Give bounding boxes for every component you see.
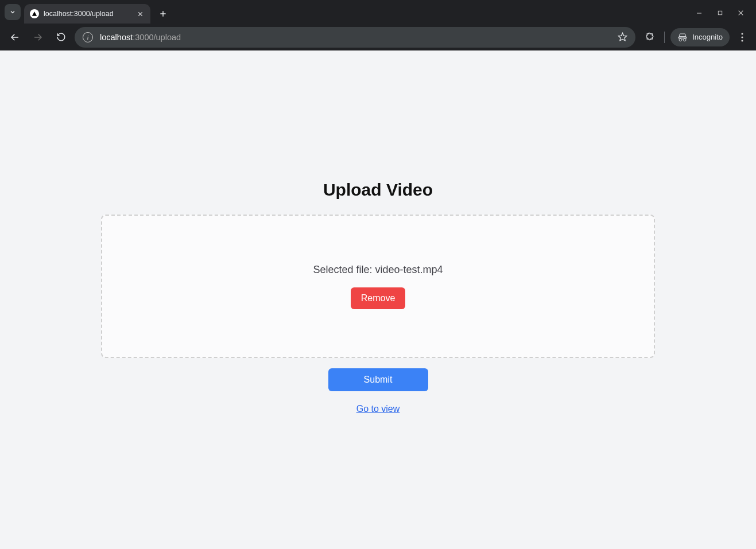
tab-favicon — [30, 9, 39, 18]
reload-icon — [56, 32, 66, 42]
address-bar[interactable]: i localhost:3000/upload — [75, 27, 635, 48]
maximize-icon — [717, 10, 723, 16]
window-minimize-button[interactable] — [695, 9, 703, 17]
arrow-right-icon — [33, 32, 43, 42]
tab-close-button[interactable] — [135, 9, 145, 18]
svg-point-14 — [741, 40, 743, 41]
go-to-view-link[interactable]: Go to view — [356, 404, 400, 414]
kebab-icon — [741, 33, 743, 42]
incognito-icon — [677, 32, 688, 42]
selected-file-name: video-test.mp4 — [375, 264, 443, 275]
browser-toolbar: i localhost:3000/upload Incognito — [0, 24, 756, 50]
window-controls — [695, 9, 756, 24]
svg-point-13 — [741, 36, 743, 38]
svg-marker-0 — [32, 11, 37, 16]
minimize-icon — [696, 10, 703, 17]
window-close-button[interactable] — [736, 9, 745, 17]
incognito-chip[interactable]: Incognito — [670, 28, 730, 46]
extensions-button[interactable] — [640, 28, 658, 46]
upload-page: Upload Video Selected file: video-test.m… — [9, 50, 748, 549]
browser-chrome: localhost:3000/upload — [0, 0, 756, 50]
back-button[interactable] — [6, 28, 24, 46]
close-icon — [137, 11, 144, 17]
remove-button[interactable]: Remove — [351, 287, 406, 309]
window-maximize-button[interactable] — [716, 9, 724, 17]
reload-button[interactable] — [52, 28, 70, 46]
tab-search-button[interactable] — [5, 4, 21, 20]
site-info-icon[interactable]: i — [83, 32, 93, 42]
url-text: localhost:3000/upload — [100, 33, 181, 42]
url-rest: :3000/upload — [133, 33, 181, 42]
url-host: localhost — [100, 33, 133, 42]
bookmark-button[interactable] — [618, 32, 627, 42]
chevron-down-icon — [9, 9, 16, 15]
browser-tab[interactable]: localhost:3000/upload — [24, 4, 150, 24]
new-tab-button[interactable] — [155, 6, 171, 22]
page-title: Upload Video — [323, 180, 433, 200]
plus-icon — [159, 10, 167, 18]
tab-strip: localhost:3000/upload — [0, 0, 756, 24]
puzzle-icon — [644, 32, 654, 42]
arrow-left-icon — [10, 32, 20, 42]
tab-title: localhost:3000/upload — [44, 10, 131, 18]
svg-point-12 — [741, 33, 743, 34]
forward-button[interactable] — [29, 28, 47, 46]
toolbar-divider — [664, 32, 665, 43]
selected-file-text: Selected file: video-test.mp4 — [313, 264, 443, 276]
file-dropzone[interactable]: Selected file: video-test.mp4 Remove — [101, 215, 655, 358]
close-icon — [737, 9, 745, 17]
browser-menu-button[interactable] — [734, 28, 750, 46]
svg-rect-6 — [718, 11, 722, 14]
page-viewport: Upload Video Selected file: video-test.m… — [0, 50, 756, 549]
star-icon — [618, 32, 627, 42]
selected-file-prefix: Selected file: — [313, 264, 375, 275]
submit-button[interactable]: Submit — [328, 368, 428, 391]
incognito-label: Incognito — [692, 33, 723, 41]
svg-marker-11 — [619, 33, 627, 40]
